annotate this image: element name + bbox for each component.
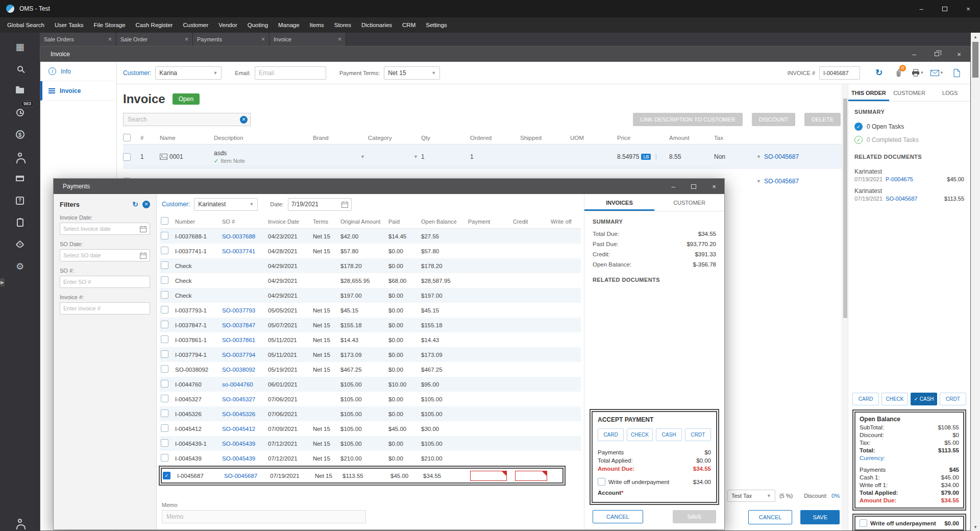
payments-row[interactable]: I-0037688-1SO-003768804/23/2021Net 15$42…: [160, 229, 581, 244]
tab-this-order[interactable]: THIS ORDER: [848, 84, 889, 101]
row-checkbox[interactable]: [161, 321, 168, 328]
row-checkbox[interactable]: [161, 261, 168, 269]
menu-item-items[interactable]: Items: [305, 17, 329, 33]
email-field[interactable]: [255, 66, 326, 80]
row-checkbox[interactable]: [161, 247, 168, 254]
calendar-icon[interactable]: [140, 252, 146, 259]
tasks-icon[interactable]: [0, 211, 40, 233]
user-icon[interactable]: [0, 521, 40, 525]
so-number-link[interactable]: SO-0045326: [222, 411, 255, 417]
payment-input[interactable]: [470, 471, 507, 481]
document-icon[interactable]: [949, 66, 964, 80]
link-description-button[interactable]: LINK DESCRIPTION TO CUSTOMER: [633, 113, 742, 126]
menu-item-quoting[interactable]: Quoting: [242, 17, 273, 33]
so-number-link[interactable]: SO-0045439: [222, 455, 255, 462]
tax-select[interactable]: Non▼: [714, 153, 764, 160]
writeoff-checkbox[interactable]: [860, 519, 867, 527]
payments-row[interactable]: I-0037793-1SO-003779305/05/2021Net 15$45…: [160, 303, 581, 318]
nav-item-info[interactable]: i Info: [40, 62, 116, 81]
row-checkbox[interactable]: [161, 350, 168, 358]
so-number-link[interactable]: so-0044760: [222, 381, 253, 388]
payments-modal-titlebar[interactable]: Payments – ×: [54, 179, 724, 194]
card-payment-button[interactable]: CARD: [598, 428, 624, 441]
invoice-number-input[interactable]: [63, 305, 146, 311]
help-icon[interactable]: ?: [0, 189, 40, 211]
writeoff-checkbox[interactable]: [598, 478, 605, 486]
tab-logs[interactable]: LOGS: [929, 84, 970, 101]
payments-row[interactable]: I-0045439SO-004543907/12/2021Net 15$210.…: [160, 451, 581, 466]
cash-payment-button[interactable]: ✓CASH: [911, 393, 937, 405]
tab-invoices[interactable]: INVOICES: [584, 194, 654, 211]
payments-row[interactable]: I-0037847-1SO-003784705/07/2021Net 15$15…: [160, 318, 581, 332]
scroll-down-icon[interactable]: ▼: [971, 523, 980, 531]
email-send-icon[interactable]: ▼: [929, 66, 945, 80]
select-all-checkbox[interactable]: [123, 134, 131, 141]
memo-input[interactable]: [162, 510, 366, 523]
payments-row[interactable]: Check04/29/2021$178.20$0.00$178.20: [160, 258, 581, 273]
menu-item-user-tasks[interactable]: User Tasks: [50, 17, 89, 33]
tab-sale-order[interactable]: Sale Order×: [116, 33, 193, 46]
so-number-link[interactable]: SO-0037688: [222, 233, 255, 239]
close-button[interactable]: ×: [704, 179, 724, 194]
row-checkbox[interactable]: [123, 153, 131, 161]
maximize-button[interactable]: [683, 179, 704, 194]
minimize-button[interactable]: –: [910, 0, 933, 17]
so-date-input[interactable]: [63, 252, 138, 258]
tax-type-select[interactable]: Test Tax ▼: [727, 490, 775, 502]
tab-customer[interactable]: CUSTOMER: [654, 194, 724, 211]
credit-payment-button[interactable]: CRDT: [940, 393, 966, 405]
settings-icon[interactable]: ⚙: [0, 255, 40, 277]
menu-item-global-search[interactable]: Global Search: [2, 17, 50, 33]
cash-payment-button[interactable]: CASH: [656, 428, 682, 441]
sidebar-expander[interactable]: ▶: [0, 278, 5, 286]
open-tasks-row[interactable]: ✓ 0 Open Tasks: [848, 120, 970, 133]
row-checkbox[interactable]: [163, 472, 170, 479]
payments-row[interactable]: I-0044760so-004476006/01/2021$105.00$10.…: [160, 377, 581, 392]
row-checkbox[interactable]: [161, 306, 168, 313]
tab-invoice[interactable]: Invoice×: [270, 33, 346, 46]
clear-search-icon[interactable]: ✕: [240, 116, 248, 124]
payments-row[interactable]: SO-0038092SO-003809205/19/2021Net 15$467…: [160, 362, 581, 377]
calendar-icon[interactable]: [341, 201, 348, 208]
invoice-number-field[interactable]: [819, 66, 860, 80]
payments-row[interactable]: I-0045439-1SO-004543907/12/2021Net 15$10…: [160, 436, 581, 451]
save-button[interactable]: SAVE: [673, 510, 716, 523]
nav-item-invoice[interactable]: Invoice: [40, 81, 116, 101]
attachment-icon[interactable]: 0: [891, 66, 906, 80]
tab-close-icon[interactable]: ×: [108, 36, 112, 43]
payments-row[interactable]: I-0045687SO-004568707/19/2021Net 15$113.…: [161, 468, 564, 484]
search-input[interactable]: [128, 116, 240, 123]
payment-date-input[interactable]: [291, 201, 339, 208]
payments-row[interactable]: I-0037861-1SO-003786105/11/2021Net 15$14…: [160, 332, 581, 347]
row-checkbox[interactable]: [161, 409, 168, 417]
so-number-link[interactable]: SO-0045687: [764, 178, 799, 185]
item-qty[interactable]: 1: [421, 153, 470, 160]
payments-row[interactable]: I-0045412SO-004541207/09/2021Net 15$105.…: [160, 421, 581, 436]
menu-item-crm[interactable]: CRM: [397, 17, 421, 33]
invoice-window-titlebar[interactable]: Invoice – ×: [40, 46, 970, 62]
credit-input[interactable]: [515, 471, 547, 481]
menu-item-stores[interactable]: Stores: [329, 17, 356, 33]
clear-filters-icon[interactable]: ✕: [142, 201, 150, 208]
more-options-icon[interactable]: ⋮: [653, 153, 659, 160]
refresh-icon[interactable]: ↻: [871, 66, 887, 80]
scrollbar-thumb[interactable]: [972, 42, 978, 78]
row-checkbox[interactable]: [161, 424, 168, 432]
delete-button[interactable]: DELETE: [804, 113, 841, 126]
tab-close-icon[interactable]: ×: [185, 36, 188, 43]
minimize-button[interactable]: –: [903, 46, 925, 62]
tab-close-icon[interactable]: ×: [338, 36, 341, 43]
so-number-link[interactable]: SO-0037793: [222, 307, 255, 313]
menu-item-dictionaries[interactable]: Dictionaries: [356, 17, 397, 33]
tab-customer[interactable]: CUSTOMER: [889, 84, 930, 101]
items-table-scrollbar[interactable]: [842, 84, 848, 530]
row-checkbox[interactable]: [161, 291, 168, 299]
documents-icon[interactable]: [0, 80, 40, 102]
credit-payment-button[interactable]: CRDT: [685, 428, 711, 441]
check-payment-button[interactable]: CHECK: [627, 428, 653, 441]
so-number-input[interactable]: [63, 279, 146, 285]
cash-icon[interactable]: $: [0, 124, 40, 146]
category-select[interactable]: ▼: [368, 154, 421, 159]
invoice-date-input[interactable]: [63, 226, 138, 232]
row-checkbox[interactable]: [161, 276, 168, 284]
